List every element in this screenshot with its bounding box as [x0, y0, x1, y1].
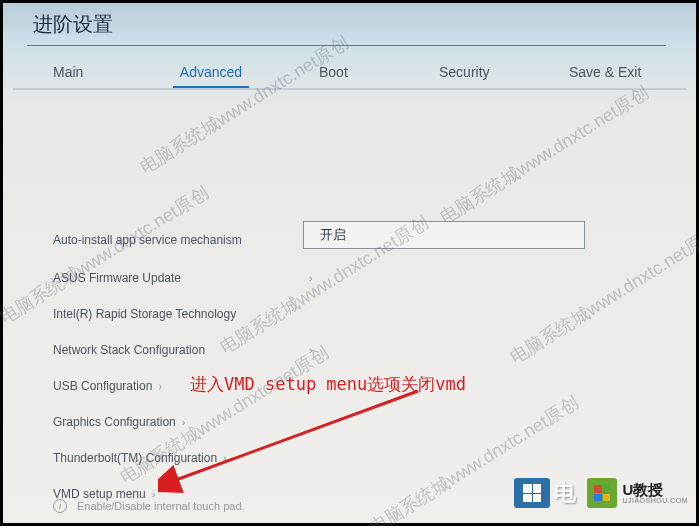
tab-main[interactable]: Main — [53, 58, 113, 89]
label-graphics: Graphics Configuration — [53, 415, 176, 429]
row-usb-config[interactable]: USB Configuration › — [3, 369, 162, 403]
watermark: 电脑系统城www.dnxtc.net原创 — [135, 31, 353, 180]
tab-advanced[interactable]: Advanced — [173, 58, 249, 89]
label-network-stack: Network Stack Configuration — [53, 343, 303, 357]
row-asus-fw-update[interactable]: ASUS Firmware Update › — [3, 261, 313, 295]
logo-u-text2: UJIAOSHOU.COM — [622, 497, 688, 504]
help-bar: i Enable/Disable internal touch pad. — [53, 499, 245, 513]
annotation-text: 进入VMD setup menu选项关闭vmd — [190, 373, 466, 396]
logo-dnxtc-text: 电 — [554, 478, 576, 508]
logo-dnxtc: 电 — [514, 478, 576, 508]
select-value: 开启 — [320, 226, 346, 244]
chevron-right-icon: › — [182, 416, 186, 428]
page-title: 进阶设置 — [33, 11, 113, 38]
row-thunderbolt-config[interactable]: Thunderbolt(TM) Configuration › — [3, 441, 227, 475]
row-graphics-config[interactable]: Graphics Configuration › — [3, 405, 185, 439]
chevron-right-icon: › — [309, 344, 313, 356]
label-asus-fw: ASUS Firmware Update — [53, 271, 303, 285]
watermark: 电脑系统城www.dnxtc.net原创 — [435, 81, 653, 230]
label-intel-rst: Intel(R) Rapid Storage Technology — [53, 307, 303, 321]
label-auto-install: Auto-install app service mechanism — [53, 233, 303, 247]
tab-boot[interactable]: Boot — [319, 58, 369, 89]
chevron-right-icon: › — [223, 452, 227, 464]
header-divider — [27, 45, 666, 46]
info-icon: i — [53, 499, 67, 513]
tab-save-exit[interactable]: Save & Exit — [569, 58, 659, 89]
select-auto-install[interactable]: 开启 — [303, 221, 585, 249]
chevron-right-icon: › — [158, 380, 162, 392]
label-usb-config: USB Configuration — [53, 379, 152, 393]
logo-u-text1: U教授 — [622, 482, 688, 497]
row-auto-install[interactable]: Auto-install app service mechanism — [3, 223, 303, 257]
logo-ujiaoshou: U教授 UJIAOSHOU.COM — [587, 478, 688, 508]
row-intel-rst[interactable]: Intel(R) Rapid Storage Technology — [3, 297, 303, 331]
chevron-right-icon: › — [309, 272, 313, 284]
help-text: Enable/Disable internal touch pad. — [77, 500, 245, 512]
tab-security[interactable]: Security — [439, 58, 509, 89]
label-thunderbolt: Thunderbolt(TM) Configuration — [53, 451, 217, 465]
tab-underline — [13, 88, 686, 90]
row-network-stack[interactable]: Network Stack Configuration › — [3, 333, 313, 367]
tab-bar: Main Advanced Boot Security Save & Exit — [3, 58, 696, 89]
